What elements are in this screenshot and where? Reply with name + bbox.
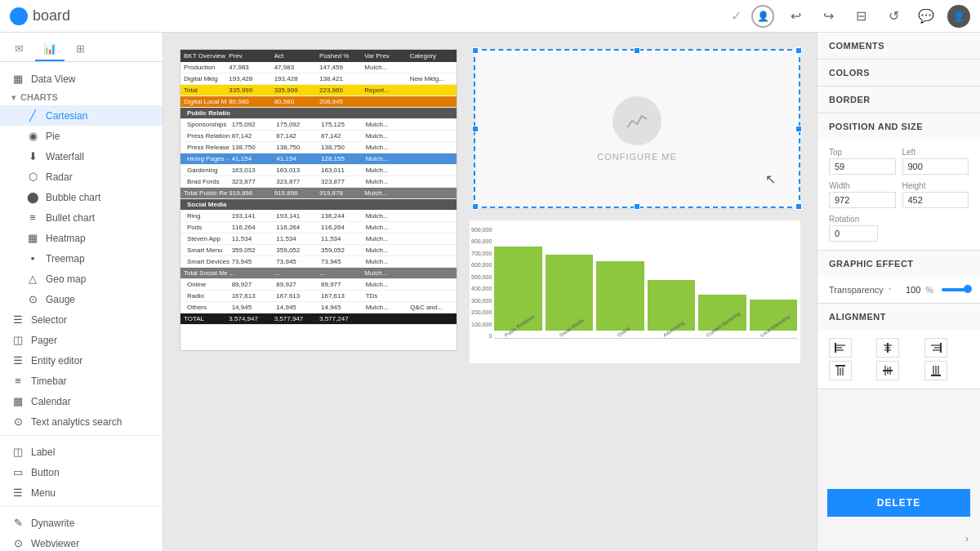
user-circle-icon[interactable]: 👤 xyxy=(751,5,774,28)
sidebar-item-pager[interactable]: ◫ Pager xyxy=(0,330,163,350)
alignment-grid-row1 xyxy=(829,338,969,358)
menu-icon: ☰ xyxy=(11,487,24,499)
check-icon[interactable]: ✓ xyxy=(731,8,742,24)
align-middle-button[interactable] xyxy=(876,361,899,380)
bar-chart-inner: 900,000 800,000 700,000 600,000 500,000 … xyxy=(494,227,797,339)
sidebar-group-charts[interactable]: ▾ Charts xyxy=(0,89,163,105)
colors-header[interactable]: COLORS xyxy=(817,60,980,86)
table-row: Online89,92789,92789,977Mulch... xyxy=(180,279,457,291)
sidebar-item-bullet[interactable]: ≡ Bullet chart xyxy=(0,207,163,228)
table-row-subtotal: Total Public Relations919,898919,898919,… xyxy=(180,188,457,199)
sidebar-item-pie[interactable]: ◉ Pie xyxy=(0,126,163,146)
avatar[interactable]: 👤 xyxy=(947,5,970,28)
bar-value xyxy=(546,255,594,331)
data-table-widget[interactable]: BKT OverviewPrevActPushed %Var PrevCateg… xyxy=(180,49,457,351)
panel-icon[interactable]: ⊟ xyxy=(849,5,872,28)
align-left-button[interactable] xyxy=(829,338,852,358)
refresh-icon[interactable]: ↺ xyxy=(882,5,905,28)
right-panel: COMMENTS COLORS BORDER POSITION AND SIZE xyxy=(817,33,980,551)
text-analytics-icon: ⊙ xyxy=(11,415,24,428)
undo-icon[interactable]: ↩ xyxy=(784,5,807,28)
selection-handle-tl[interactable] xyxy=(472,47,479,54)
panel-spacer xyxy=(817,389,980,479)
position-size-header[interactable]: POSITION AND SIZE xyxy=(817,113,980,140)
table-row-subtotal: Total Social Media.........Mulch... xyxy=(180,268,457,279)
colors-title: COLORS xyxy=(829,68,870,78)
delete-button[interactable]: DELETE xyxy=(827,489,970,517)
bar-public-relations: Public Relations xyxy=(494,227,542,339)
bar-online: Online xyxy=(596,227,644,339)
width-input[interactable] xyxy=(829,192,896,208)
bar-chart-y-axis: 900,000 800,000 700,000 600,000 500,000 … xyxy=(471,227,492,339)
tab-grid[interactable]: ⊞ xyxy=(68,38,93,61)
position-size-title: POSITION AND SIZE xyxy=(829,122,923,131)
sidebar-item-calendar[interactable]: ▦ Calendar xyxy=(0,391,163,411)
align-top-button[interactable] xyxy=(829,361,852,380)
sidebar-item-label[interactable]: ◫ Label xyxy=(0,442,163,462)
comment-icon[interactable]: 💬 xyxy=(915,5,938,28)
sidebar-item-selector[interactable]: ☰ Selector xyxy=(0,309,163,330)
sidebar-item-cartesian[interactable]: ╱ Cartesian xyxy=(0,105,163,126)
transparency-slider[interactable] xyxy=(942,288,969,291)
label-icon: ◫ xyxy=(11,446,24,458)
table-row: Pods116,264116,264116,264Mulch... xyxy=(180,222,457,233)
sidebar-item-data-view[interactable]: ▦ Data View xyxy=(0,69,163,89)
configure-me-widget[interactable]: CONFIGURE ME ↖ xyxy=(474,49,800,208)
selection-handle-tr[interactable] xyxy=(795,47,802,54)
alignment-header[interactable]: ALIGNMENT xyxy=(817,304,980,330)
selection-handle-bl[interactable] xyxy=(472,203,479,210)
bar-chart-widget[interactable]: 900,000 800,000 700,000 600,000 500,000 … xyxy=(470,220,800,363)
bar-local-marketing: Local Marketing xyxy=(750,227,798,339)
table-row-total: TOTAL3,574,9473,577,9473,577,247 xyxy=(180,313,457,325)
logo-text: board xyxy=(33,7,70,24)
sidebar-item-webviewer[interactable]: ⊙ Webviewer xyxy=(0,533,163,551)
selection-handle-ml[interactable] xyxy=(472,126,479,132)
graphic-effect-header[interactable]: GRAPHIC EFFECT xyxy=(817,251,980,277)
sidebar-item-dynawrite[interactable]: ✎ Dynawrite xyxy=(0,513,163,533)
sidebar: ✉ 📊 ⊞ ▦ Data View ▾ Charts ╱ Cartesian ◉… xyxy=(0,33,163,551)
left-input[interactable] xyxy=(902,158,969,175)
sidebar-item-heatmap[interactable]: ▦ Heatmap xyxy=(0,228,163,248)
border-title: BORDER xyxy=(829,95,871,104)
panel-expand-row: › xyxy=(817,527,980,551)
asterisk: * xyxy=(889,286,892,294)
selection-handle-br[interactable] xyxy=(795,203,802,210)
sidebar-item-entity-editor[interactable]: ☰ Entity editor xyxy=(0,350,163,371)
border-header[interactable]: BORDER xyxy=(817,87,980,113)
colors-section: COLORS xyxy=(817,60,980,87)
height-input[interactable] xyxy=(902,192,969,208)
align-right-button[interactable] xyxy=(924,338,947,358)
bar-content-marketing: Content Marketing xyxy=(698,227,746,339)
top-input[interactable] xyxy=(829,158,896,175)
bar-advertising: Advertising xyxy=(648,227,696,339)
sidebar-item-bubble[interactable]: ⬤ Bubble chart xyxy=(0,187,163,207)
sidebar-item-geomap[interactable]: △ Geo map xyxy=(0,269,163,289)
table-row: Brad Fords323,877323,877323,877Mulch... xyxy=(180,176,457,188)
tab-mail[interactable]: ✉ xyxy=(7,38,32,61)
selection-handle-tm[interactable] xyxy=(634,47,640,54)
expand-icon[interactable]: › xyxy=(965,533,969,544)
sidebar-item-text-analytics[interactable]: ⊙ Text analytics search xyxy=(0,411,163,432)
table-row: Smart Menu359,052359,052359,052Mulch... xyxy=(180,245,457,256)
sidebar-section-main: ▦ Data View ▾ Charts ╱ Cartesian ◉ Pie ⬇… xyxy=(0,62,163,551)
border-section: BORDER xyxy=(817,87,980,113)
align-bottom-button[interactable] xyxy=(924,361,947,380)
selection-handle-mr[interactable] xyxy=(795,126,802,132)
sidebar-item-button[interactable]: ▭ Button xyxy=(0,462,163,482)
redo-icon[interactable]: ↪ xyxy=(817,5,840,28)
sidebar-item-treemap[interactable]: ▪ Treemap xyxy=(0,248,163,269)
sidebar-item-gauge[interactable]: ⊙ Gauge xyxy=(0,289,163,309)
sidebar-item-waterfall[interactable]: ⬇ Waterfall xyxy=(0,146,163,167)
align-center-horizontal-button[interactable] xyxy=(876,338,899,358)
comments-header[interactable]: COMMENTS xyxy=(817,33,980,59)
sidebar-item-radar[interactable]: ⬡ Radar xyxy=(0,167,163,187)
selection-handle-bm[interactable] xyxy=(634,203,640,210)
rotation-input[interactable] xyxy=(829,225,878,242)
chevron-down-icon: ▾ xyxy=(11,93,16,102)
transparency-thumb[interactable] xyxy=(964,285,972,293)
sidebar-item-timebar[interactable]: ≡ Timebar xyxy=(0,371,163,391)
position-grid: Top Left Width Height xyxy=(829,148,969,208)
sidebar-item-menu[interactable]: ☰ Menu xyxy=(0,482,163,503)
table-row: Steven App11,53411,53411,534Mulch... xyxy=(180,233,457,245)
tab-charts[interactable]: 📊 xyxy=(35,38,65,61)
